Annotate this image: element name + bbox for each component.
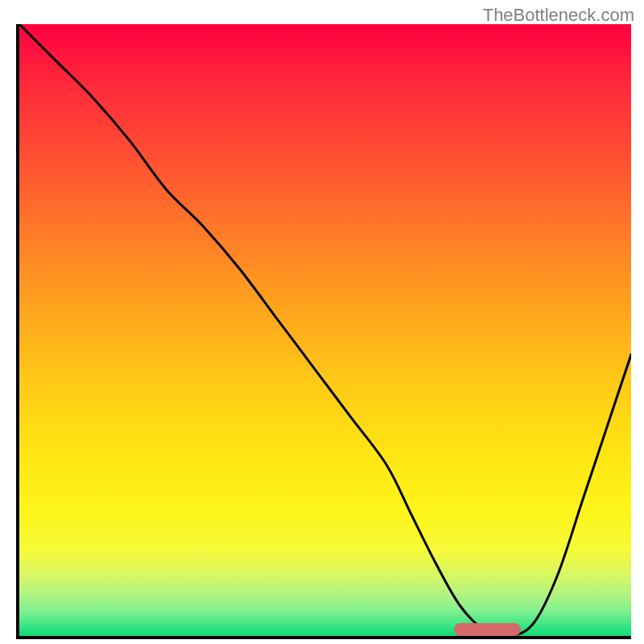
bottleneck-chart: TheBottleneck.com (0, 0, 644, 644)
optimal-range-marker (454, 623, 522, 636)
bottleneck-curve (19, 24, 631, 636)
watermark-label: TheBottleneck.com (483, 5, 634, 26)
curve-layer (19, 24, 631, 636)
plot-area (16, 24, 631, 639)
